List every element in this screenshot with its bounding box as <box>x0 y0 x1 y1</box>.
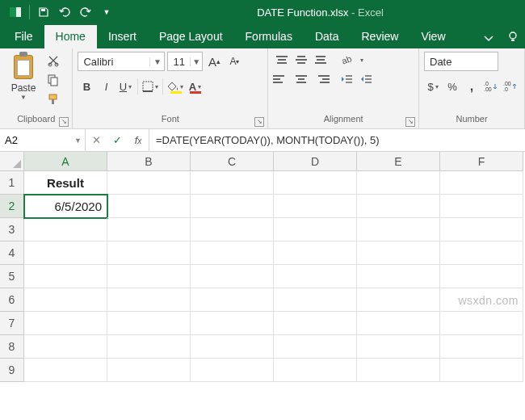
paste-button[interactable]: Paste ▼ <box>5 52 42 101</box>
cell-b5[interactable] <box>107 265 191 288</box>
cell-a7[interactable] <box>24 312 107 335</box>
cell-b9[interactable] <box>107 359 191 382</box>
cell-d3[interactable] <box>274 218 357 242</box>
cell-f9[interactable] <box>440 359 523 382</box>
comma-button[interactable]: , <box>463 78 481 95</box>
cell-e4[interactable] <box>357 242 440 265</box>
align-left-icon[interactable] <box>273 71 291 87</box>
align-top-icon[interactable] <box>273 52 291 68</box>
align-middle-icon[interactable] <box>292 52 310 68</box>
cell-e3[interactable] <box>357 218 440 242</box>
bold-button[interactable]: B <box>78 78 95 95</box>
cell-e9[interactable] <box>357 359 440 382</box>
increase-indent-icon[interactable] <box>357 71 375 87</box>
cell-d9[interactable] <box>274 359 357 382</box>
cell-a3[interactable] <box>24 218 107 242</box>
tab-page-layout[interactable]: Page Layout <box>148 25 234 48</box>
ribbon-collapse-icon[interactable] <box>477 27 501 48</box>
fx-icon[interactable]: fx <box>128 134 149 146</box>
orientation-icon[interactable]: ab <box>338 52 355 68</box>
cell-d6[interactable] <box>274 288 357 312</box>
decrease-font-icon[interactable]: A▾ <box>225 52 243 70</box>
col-header-c[interactable]: C <box>191 152 274 171</box>
align-bottom-icon[interactable] <box>312 52 330 68</box>
cell-a4[interactable] <box>24 242 107 265</box>
copy-icon[interactable] <box>45 73 61 87</box>
select-all-corner[interactable] <box>0 152 24 171</box>
cell-c9[interactable] <box>191 359 274 382</box>
increase-font-icon[interactable]: A▴ <box>205 52 223 70</box>
col-header-a[interactable]: A <box>24 152 107 171</box>
align-right-icon[interactable] <box>312 71 330 87</box>
cancel-formula-icon[interactable]: ✕ <box>86 134 107 146</box>
row-header-6[interactable]: 6 <box>0 288 24 312</box>
row-header-4[interactable]: 4 <box>0 242 24 265</box>
cell-b6[interactable] <box>107 288 191 312</box>
cell-b2[interactable] <box>107 195 191 218</box>
cell-f7[interactable] <box>440 312 523 335</box>
cell-f2[interactable] <box>440 195 523 218</box>
undo-icon[interactable] <box>56 3 74 21</box>
cell-d8[interactable] <box>274 335 357 359</box>
currency-button[interactable]: $▾ <box>424 78 442 95</box>
fill-color-button[interactable]: ▾ <box>166 78 184 95</box>
tell-me-icon[interactable] <box>501 26 525 48</box>
cell-c5[interactable] <box>191 265 274 288</box>
save-icon[interactable] <box>35 3 52 21</box>
cell-a9[interactable] <box>24 359 107 382</box>
cell-c2[interactable] <box>191 195 274 218</box>
cell-c6[interactable] <box>191 288 274 312</box>
font-launcher-icon[interactable]: ↘ <box>254 117 264 127</box>
cell-d2[interactable] <box>274 195 357 218</box>
underline-button[interactable]: U▾ <box>116 78 134 95</box>
cell-b3[interactable] <box>107 218 191 242</box>
font-name-combo[interactable]: Calibri ▼ <box>78 52 165 71</box>
cell-f4[interactable] <box>440 242 523 265</box>
col-header-d[interactable]: D <box>274 152 357 171</box>
tab-insert[interactable]: Insert <box>97 25 148 48</box>
tab-view[interactable]: View <box>410 25 456 48</box>
col-header-e[interactable]: E <box>357 152 440 171</box>
align-center-icon[interactable] <box>292 71 310 87</box>
format-painter-icon[interactable] <box>45 92 61 107</box>
tab-formulas[interactable]: Formulas <box>234 25 304 48</box>
border-button[interactable]: ▾ <box>141 78 159 95</box>
cell-a1[interactable]: Result <box>24 171 107 195</box>
cell-a6[interactable] <box>24 288 107 312</box>
row-header-7[interactable]: 7 <box>0 312 24 335</box>
row-header-9[interactable]: 9 <box>0 359 24 382</box>
row-header-8[interactable]: 8 <box>0 335 24 359</box>
cell-f5[interactable] <box>440 265 523 288</box>
cell-e6[interactable] <box>357 288 440 312</box>
number-format-combo[interactable]: Date <box>424 52 498 71</box>
col-header-f[interactable]: F <box>440 152 523 171</box>
clipboard-launcher-icon[interactable]: ↘ <box>59 117 69 127</box>
cell-d7[interactable] <box>274 312 357 335</box>
row-header-5[interactable]: 5 <box>0 265 24 288</box>
cell-b1[interactable] <box>107 171 191 195</box>
cell-d1[interactable] <box>274 171 357 195</box>
orientation-dd[interactable]: ▾ <box>357 52 367 68</box>
col-header-b[interactable]: B <box>107 152 191 171</box>
row-header-1[interactable]: 1 <box>0 171 24 195</box>
cell-a8[interactable] <box>24 335 107 359</box>
cell-f8[interactable] <box>440 335 523 359</box>
cell-a2[interactable]: 6/5/2020 <box>24 195 107 218</box>
tab-data[interactable]: Data <box>304 25 351 48</box>
cell-d5[interactable] <box>274 265 357 288</box>
cell-e2[interactable] <box>357 195 440 218</box>
cell-f1[interactable] <box>440 171 523 195</box>
cell-c8[interactable] <box>191 335 274 359</box>
cell-d4[interactable] <box>274 242 357 265</box>
cell-e7[interactable] <box>357 312 440 335</box>
cell-e5[interactable] <box>357 265 440 288</box>
decrease-indent-icon[interactable] <box>338 71 355 87</box>
tab-file[interactable]: File <box>3 25 44 48</box>
cell-e8[interactable] <box>357 335 440 359</box>
cell-b7[interactable] <box>107 312 191 335</box>
tab-home[interactable]: Home <box>44 25 97 48</box>
cell-e1[interactable] <box>357 171 440 195</box>
alignment-launcher-icon[interactable]: ↘ <box>405 117 415 127</box>
cell-c1[interactable] <box>191 171 274 195</box>
row-header-2[interactable]: 2 <box>0 195 24 218</box>
